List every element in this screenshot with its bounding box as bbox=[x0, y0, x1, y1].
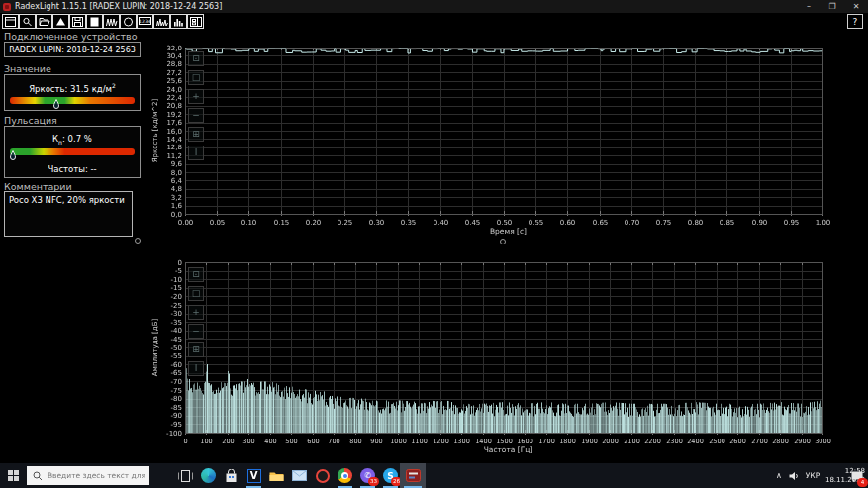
svg-text:12.34: 12.34 bbox=[139, 19, 151, 24]
pan-icon[interactable]: ⊞ bbox=[188, 127, 204, 142]
store-button[interactable] bbox=[220, 463, 242, 488]
window-title: RadexLight 1.15.1 [RADEX LUPIN: 2018-12-… bbox=[15, 2, 222, 11]
value-section-header: Значение bbox=[4, 63, 51, 74]
language-indicator[interactable]: УКР bbox=[802, 463, 823, 488]
opera-icon bbox=[316, 469, 330, 483]
notification-badge: 4 bbox=[857, 478, 868, 487]
spectrum-view-icon bbox=[173, 17, 185, 27]
frequency-readout: Частоты: -- bbox=[5, 164, 140, 174]
search-input[interactable] bbox=[46, 470, 149, 481]
spectrum-plot[interactable] bbox=[148, 249, 868, 459]
v-app-button[interactable]: V bbox=[242, 463, 265, 488]
start-button[interactable] bbox=[0, 463, 26, 488]
windows-logo-icon bbox=[8, 470, 19, 481]
panels-view-icon bbox=[190, 17, 202, 27]
new-window-button[interactable] bbox=[2, 14, 19, 29]
skype-button[interactable]: S 26 bbox=[379, 463, 402, 488]
chrome-icon bbox=[338, 468, 352, 483]
minimize-button[interactable]: – bbox=[797, 0, 820, 13]
oscillogram-y-axis-label: Яркость [кд/м^2] bbox=[151, 99, 159, 163]
brightness-reading: Яркость: 31.5 кд/м2 bbox=[5, 82, 140, 94]
zoom-select-icon[interactable]: ⊡ bbox=[188, 51, 204, 66]
chrome-button[interactable] bbox=[334, 463, 356, 488]
open-folder-icon bbox=[39, 17, 50, 27]
comments-resize-handle[interactable] bbox=[135, 238, 141, 244]
timer-icon: 12.34 bbox=[139, 16, 151, 27]
zoom-in-icon[interactable]: + bbox=[188, 305, 204, 320]
radexlight-taskbar-button[interactable] bbox=[400, 463, 426, 488]
stop-button[interactable] bbox=[86, 14, 103, 29]
autofit-icon[interactable]: I bbox=[188, 146, 204, 160]
edge-icon bbox=[201, 468, 216, 483]
search-icon bbox=[33, 471, 43, 481]
taskbar-search[interactable] bbox=[27, 466, 149, 485]
oscillogram-view-icon bbox=[106, 17, 118, 27]
gauge-view-button[interactable] bbox=[120, 14, 137, 29]
pan-icon[interactable]: ⊞ bbox=[188, 342, 204, 357]
timer-button[interactable]: 12.34 bbox=[137, 14, 153, 29]
zoom-out-icon[interactable]: − bbox=[188, 108, 204, 123]
brightness-marker[interactable] bbox=[53, 95, 59, 106]
save-button[interactable] bbox=[69, 14, 86, 29]
mail-icon bbox=[292, 470, 307, 481]
oscillogram-plot[interactable] bbox=[148, 34, 868, 247]
v-app-icon: V bbox=[247, 469, 261, 483]
comments-input[interactable]: Poco X3 NFC, 20% яркости bbox=[4, 191, 133, 237]
maximize-button[interactable]: ❐ bbox=[820, 0, 844, 13]
oscillogram-view-button[interactable] bbox=[103, 14, 120, 29]
edge-button[interactable] bbox=[197, 463, 220, 488]
zoom-out-icon[interactable]: − bbox=[188, 324, 204, 339]
pulsation-view-icon bbox=[156, 17, 168, 27]
viber-badge: 33 bbox=[368, 477, 379, 486]
spectrum-x-axis-label: Частота [Гц] bbox=[148, 445, 868, 454]
device-selector[interactable]: RADEX LUPIN: 2018-12-24 2563 bbox=[4, 42, 141, 57]
open-button[interactable] bbox=[36, 14, 52, 29]
pulsation-section-header: Пульсация bbox=[4, 115, 57, 126]
desktop: RadexLight 1.15.1 [RADEX LUPIN: 2018-12-… bbox=[0, 0, 868, 488]
brightness-scale bbox=[10, 97, 135, 104]
device-section-header: Подключенное устройство bbox=[4, 31, 137, 42]
zoom-select-icon[interactable]: ⊡ bbox=[188, 267, 204, 282]
mail-button[interactable] bbox=[288, 463, 311, 488]
opera-button[interactable] bbox=[311, 463, 334, 488]
volume-button[interactable] bbox=[786, 463, 802, 488]
toolbar: 12.34 ? bbox=[0, 13, 868, 30]
help-button[interactable]: ? bbox=[847, 14, 863, 29]
connect-button[interactable] bbox=[52, 14, 69, 29]
kp-reading: Кп: 0.7 % bbox=[5, 134, 140, 146]
speaker-icon bbox=[789, 471, 800, 481]
save-icon bbox=[72, 17, 83, 27]
chart-splitter-handle[interactable] bbox=[500, 239, 506, 244]
pulsation-marker[interactable] bbox=[10, 146, 16, 157]
brightness-panel: Яркость: 31.5 кд/м2 bbox=[4, 74, 141, 111]
store-icon bbox=[225, 469, 238, 483]
search-button[interactable] bbox=[19, 14, 36, 29]
zoom-in-icon[interactable]: + bbox=[188, 89, 204, 104]
oscillogram-x-axis-label: Время [с] bbox=[148, 227, 868, 236]
zoom-box-icon[interactable]: □ bbox=[188, 286, 204, 301]
new-window-icon bbox=[5, 17, 16, 27]
viber-button[interactable]: ✆ 33 bbox=[356, 463, 379, 488]
device-name: RADEX LUPIN: 2018-12-24 2563 bbox=[5, 43, 140, 57]
radexlight-app-icon bbox=[3, 3, 11, 11]
spectrum-view-button[interactable] bbox=[170, 14, 187, 29]
pulsation-view-button[interactable] bbox=[153, 14, 170, 29]
connect-device-icon bbox=[55, 17, 66, 27]
radexlight-icon bbox=[406, 469, 421, 482]
action-center-button[interactable]: 4 bbox=[847, 463, 867, 488]
task-view-button[interactable] bbox=[174, 463, 197, 488]
gauge-view-icon bbox=[123, 17, 134, 27]
pulsation-scale bbox=[10, 148, 135, 155]
spectrum-y-axis-label: Амплитуда [дБ] bbox=[151, 319, 159, 376]
file-explorer-icon bbox=[269, 470, 284, 482]
panels-view-button[interactable] bbox=[187, 14, 204, 29]
zoom-box-icon[interactable]: □ bbox=[188, 70, 204, 85]
stop-icon bbox=[89, 17, 100, 27]
pulsation-panel: Кп: 0.7 % Частоты: -- bbox=[4, 126, 141, 178]
search-icon bbox=[22, 17, 33, 27]
file-explorer-button[interactable] bbox=[265, 463, 288, 488]
close-button[interactable]: ✕ bbox=[844, 0, 868, 13]
autofit-icon[interactable]: I bbox=[188, 361, 204, 376]
tray-expand-chevron[interactable]: ∧ bbox=[772, 463, 786, 488]
taskbar: V ✆ 33 S 26 ∧ bbox=[0, 463, 868, 488]
